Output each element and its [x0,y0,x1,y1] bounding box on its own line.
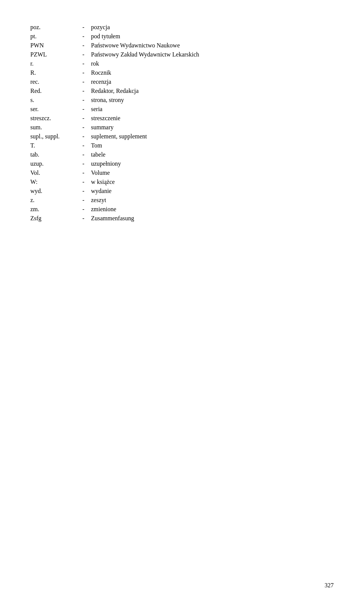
table-row: Red.-Redaktor, Redakcja [30,86,334,96]
abbreviation-definition: pod tytułem [91,32,334,41]
abbreviation-definition: Rocznik [91,68,334,77]
abbreviation-definition: recenzja [91,77,334,86]
abbreviation-dash: - [76,23,91,32]
abbreviation-abbr: uzup. [30,159,76,168]
abbreviation-abbr: wyd. [30,187,76,196]
abbreviation-definition: Volume [91,168,334,177]
abbreviation-dash: - [76,132,91,141]
table-row: tab.-tabele [30,150,334,159]
abbreviation-definition: Państwowy Zakład Wydawnictw Lekarskich [91,50,334,59]
abbreviation-definition: Redaktor, Redakcja [91,86,334,96]
abbreviation-dash: - [76,96,91,105]
abbreviation-abbr: Vol. [30,168,76,177]
abbreviation-dash: - [76,50,91,59]
abbreviation-definition: wydanie [91,187,334,196]
abbreviation-definition: rok [91,59,334,68]
table-row: wyd.-wydanie [30,187,334,196]
abbreviation-dash: - [76,196,91,205]
abbreviation-definition: w książce [91,177,334,187]
table-row: z.-zeszyt [30,196,334,205]
abbreviation-dash: - [76,159,91,168]
table-row: Vol.-Volume [30,168,334,177]
abbreviation-dash: - [76,141,91,150]
abbreviation-abbr: sum. [30,123,76,132]
abbreviation-definition: Tom [91,141,334,150]
abbreviation-definition: streszczenie [91,114,334,123]
abbreviation-dash: - [76,77,91,86]
abbreviation-definition: Zusammenfasung [91,214,334,223]
abbreviation-abbr: PZWL [30,50,76,59]
abbreviation-definition: uzupełniony [91,159,334,168]
abbreviation-dash: - [76,32,91,41]
abbreviation-table: poz.-pozycjapt.-pod tytułemPWN-Państwowe… [30,23,334,223]
abbreviation-abbr: Zsfg [30,214,76,223]
abbreviation-definition: pozycja [91,23,334,32]
abbreviation-definition: zeszyt [91,196,334,205]
abbreviation-dash: - [76,41,91,50]
abbreviation-definition: zmienione [91,205,334,214]
abbreviation-dash: - [76,205,91,214]
abbreviation-definition: strona, strony [91,96,334,105]
table-row: Zsfg-Zusammenfasung [30,214,334,223]
abbreviation-abbr: W: [30,177,76,187]
abbreviation-definition: seria [91,105,334,114]
table-row: supl., suppl.-suplement, supplement [30,132,334,141]
abbreviation-dash: - [76,86,91,96]
abbreviation-abbr: PWN [30,41,76,50]
abbreviation-dash: - [76,177,91,187]
table-row: s.-strona, strony [30,96,334,105]
abbreviation-abbr: ser. [30,105,76,114]
abbreviation-dash: - [76,68,91,77]
abbreviation-definition: Państwowe Wydawnictwo Naukowe [91,41,334,50]
abbreviation-dash: - [76,123,91,132]
abbreviation-abbr: poz. [30,23,76,32]
abbreviation-abbr: pt. [30,32,76,41]
abbreviation-dash: - [76,114,91,123]
abbreviation-definition: tabele [91,150,334,159]
abbreviation-abbr: tab. [30,150,76,159]
abbreviation-abbr: s. [30,96,76,105]
table-row: pt.-pod tytułem [30,32,334,41]
table-row: poz.-pozycja [30,23,334,32]
table-row: R.-Rocznik [30,68,334,77]
table-row: zm.-zmienione [30,205,334,214]
table-row: ser.-seria [30,105,334,114]
abbreviation-definition: suplement, supplement [91,132,334,141]
abbreviation-definition: summary [91,123,334,132]
abbreviation-dash: - [76,150,91,159]
abbreviation-dash: - [76,105,91,114]
table-row: W:-w książce [30,177,334,187]
abbreviation-dash: - [76,214,91,223]
abbreviation-abbr: zm. [30,205,76,214]
table-row: streszcz.-streszczenie [30,114,334,123]
abbreviation-abbr: streszcz. [30,114,76,123]
abbreviation-abbr: R. [30,68,76,77]
page-content: poz.-pozycjapt.-pod tytułemPWN-Państwowe… [0,0,364,253]
abbreviation-abbr: rec. [30,77,76,86]
table-row: r.-rok [30,59,334,68]
table-row: T.-Tom [30,141,334,150]
page-number: 327 [325,582,334,589]
table-row: rec.-recenzja [30,77,334,86]
table-row: PWN-Państwowe Wydawnictwo Naukowe [30,41,334,50]
abbreviation-dash: - [76,168,91,177]
abbreviation-abbr: Red. [30,86,76,96]
abbreviation-dash: - [76,59,91,68]
abbreviation-abbr: supl., suppl. [30,132,76,141]
table-row: uzup.-uzupełniony [30,159,334,168]
table-row: sum.-summary [30,123,334,132]
table-row: PZWL-Państwowy Zakład Wydawnictw Lekarsk… [30,50,334,59]
abbreviation-abbr: z. [30,196,76,205]
abbreviation-abbr: r. [30,59,76,68]
abbreviation-abbr: T. [30,141,76,150]
abbreviation-dash: - [76,187,91,196]
